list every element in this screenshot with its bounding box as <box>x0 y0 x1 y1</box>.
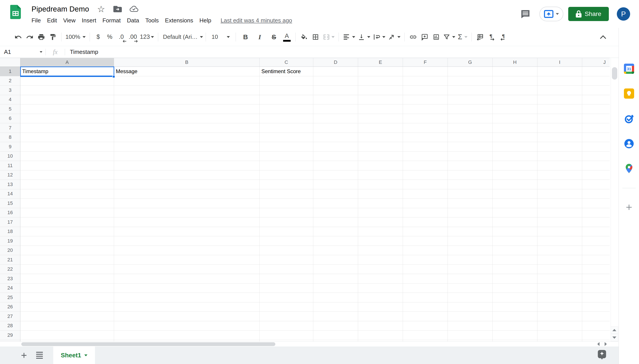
cell-J9[interactable] <box>582 142 610 152</box>
cell-E14[interactable] <box>358 189 403 199</box>
cell-E5[interactable] <box>358 104 403 114</box>
cell-E22[interactable] <box>358 265 403 274</box>
cell-E24[interactable] <box>358 284 403 293</box>
cell-E4[interactable] <box>358 95 403 105</box>
cell-C24[interactable] <box>260 284 313 293</box>
cell-G29[interactable] <box>448 330 493 340</box>
cell-E7[interactable] <box>358 123 403 133</box>
cell-A27[interactable] <box>21 312 114 321</box>
sheet-tab-sheet1[interactable]: Sheet1 <box>53 346 95 364</box>
column-header-I[interactable]: I <box>537 58 582 67</box>
row-header-28[interactable]: 28 <box>0 321 21 331</box>
font-select[interactable]: Default (Ari… <box>161 31 203 43</box>
cell-F17[interactable] <box>403 218 448 227</box>
cell-F11[interactable] <box>403 161 448 170</box>
row-header-5[interactable]: 5 <box>0 104 21 114</box>
avatar[interactable]: P <box>617 7 630 20</box>
cell-A21[interactable] <box>21 255 114 265</box>
cell-J22[interactable] <box>582 265 610 274</box>
cell-B7[interactable] <box>114 123 260 133</box>
text-rotation-button[interactable] <box>387 31 402 43</box>
cell-D29[interactable] <box>313 330 358 340</box>
get-addons-button[interactable] <box>624 202 634 212</box>
keep-icon[interactable] <box>624 88 634 99</box>
cell-B12[interactable] <box>114 170 260 180</box>
cell-J23[interactable] <box>582 274 610 284</box>
menu-item-tools[interactable]: Tools <box>142 15 162 26</box>
cell-H11[interactable] <box>493 161 537 170</box>
cell-E28[interactable] <box>358 321 403 331</box>
cell-H14[interactable] <box>493 189 537 199</box>
cell-D20[interactable] <box>313 246 358 256</box>
cell-I21[interactable] <box>537 255 582 265</box>
strikethrough-button[interactable]: S <box>267 31 281 43</box>
cell-J1[interactable] <box>582 67 610 76</box>
cell-D25[interactable] <box>313 293 358 302</box>
cell-H28[interactable] <box>493 321 537 331</box>
cell-I1[interactable] <box>537 67 582 76</box>
cell-D15[interactable] <box>313 199 358 208</box>
cell-G9[interactable] <box>448 142 493 152</box>
more-formats-button[interactable]: 123 <box>139 31 155 43</box>
cell-H15[interactable] <box>493 199 537 208</box>
cell-I23[interactable] <box>537 274 582 284</box>
cell-H2[interactable] <box>493 76 537 86</box>
sheets-logo-icon[interactable] <box>10 5 21 19</box>
cell-J29[interactable] <box>582 330 610 340</box>
cell-H20[interactable] <box>493 246 537 256</box>
cell-A8[interactable] <box>21 133 114 142</box>
cell-I25[interactable] <box>537 293 582 302</box>
cell-D5[interactable] <box>313 104 358 114</box>
decrease-decimal-button[interactable]: .0 <box>116 31 127 43</box>
cell-B21[interactable] <box>114 255 260 265</box>
cell-I2[interactable] <box>537 76 582 86</box>
cell-E23[interactable] <box>358 274 403 284</box>
cell-F24[interactable] <box>403 284 448 293</box>
toolbar-collapse-button[interactable] <box>597 31 609 44</box>
cell-G11[interactable] <box>448 161 493 170</box>
cell-B23[interactable] <box>114 274 260 284</box>
cell-I29[interactable] <box>537 330 582 340</box>
cell-G3[interactable] <box>448 86 493 95</box>
cell-C2[interactable] <box>260 76 313 86</box>
cell-D23[interactable] <box>313 274 358 284</box>
cell-C7[interactable] <box>260 123 313 133</box>
cell-H8[interactable] <box>493 133 537 142</box>
cell-A28[interactable] <box>21 321 114 331</box>
cell-E29[interactable] <box>358 330 403 340</box>
cell-G27[interactable] <box>448 312 493 321</box>
cell-E25[interactable] <box>358 293 403 302</box>
cell-D26[interactable] <box>313 302 358 312</box>
cell-J18[interactable] <box>582 227 610 236</box>
cell-A22[interactable] <box>21 265 114 274</box>
scroll-down-button[interactable] <box>610 334 618 342</box>
cell-A26[interactable] <box>21 302 114 312</box>
row-header-14[interactable]: 14 <box>0 189 21 199</box>
format-percent-button[interactable]: % <box>104 31 116 43</box>
cell-H7[interactable] <box>493 123 537 133</box>
cell-I9[interactable] <box>537 142 582 152</box>
tasks-icon[interactable] <box>624 114 634 124</box>
cell-G28[interactable] <box>448 321 493 331</box>
text-color-button[interactable]: A <box>281 31 293 43</box>
cell-C4[interactable] <box>260 95 313 105</box>
cell-I5[interactable] <box>537 104 582 114</box>
cell-H27[interactable] <box>493 312 537 321</box>
cell-A12[interactable] <box>21 170 114 180</box>
cell-H9[interactable] <box>493 142 537 152</box>
cell-G20[interactable] <box>448 246 493 256</box>
cell-B24[interactable] <box>114 284 260 293</box>
cell-E11[interactable] <box>358 161 403 170</box>
cell-G8[interactable] <box>448 133 493 142</box>
cell-C9[interactable] <box>260 142 313 152</box>
cell-B18[interactable] <box>114 227 260 236</box>
menu-item-edit[interactable]: Edit <box>44 15 60 26</box>
cell-F26[interactable] <box>403 302 448 312</box>
cell-H5[interactable] <box>493 104 537 114</box>
cell-J6[interactable] <box>582 114 610 124</box>
cell-G24[interactable] <box>448 284 493 293</box>
cell-B19[interactable] <box>114 236 260 246</box>
cell-H17[interactable] <box>493 218 537 227</box>
cell-C28[interactable] <box>260 321 313 331</box>
cell-E10[interactable] <box>358 152 403 161</box>
